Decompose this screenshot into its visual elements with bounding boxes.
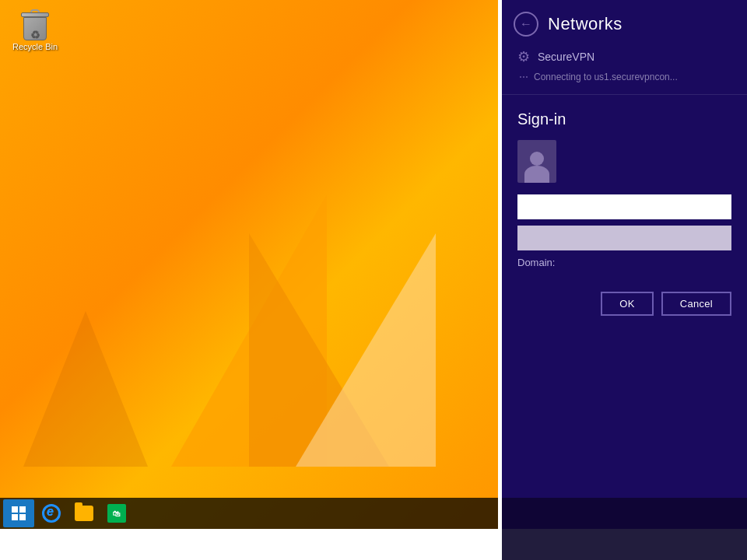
domain-label: Domain: [517,257,731,268]
networks-panel: ← Networks ⚙ SecureVPN ⋯ Connecting to u… [502,0,747,529]
connecting-row: ⋯ Connecting to us1.securevpncon... [517,72,731,82]
cancel-button[interactable]: Cancel [661,292,731,316]
file-explorer-icon [75,506,93,521]
user-avatar [517,140,556,183]
windows-store-icon: 🛍 [107,504,126,523]
signin-title: Sign-in [517,110,731,128]
button-row: OK Cancel [517,292,731,316]
start-button[interactable] [3,499,34,527]
taskbar: e 🛍 [0,498,498,529]
taskbar-ie-button[interactable]: e [36,499,67,527]
spinner-icon: ⋯ [519,72,528,82]
vpn-section: ⚙ SecureVPN ⋯ Connecting to us1.securevp… [502,44,747,94]
back-button[interactable]: ← [514,12,538,37]
origami-decoration-4 [23,311,148,467]
recycle-bin-icon[interactable]: ♻ Recycle Bin [8,8,62,52]
ok-button[interactable]: OK [601,292,653,316]
avatar-body [524,166,549,183]
vpn-row: ⚙ SecureVPN [517,48,731,65]
taskbar-store-button[interactable]: 🛍 [101,499,132,527]
panel-bottom [502,498,747,529]
recycle-bin-label: Recycle Bin [12,42,58,52]
password-input[interactable] [517,226,731,250]
internet-explorer-icon: e [42,504,61,523]
recycle-bin-graphic: ♻ [19,8,51,40]
networks-title: Networks [548,14,622,34]
username-input[interactable] [517,194,731,219]
windows-logo-icon [12,506,26,520]
avatar-head [530,152,544,166]
desktop: ♻ Recycle Bin e 🛍 [0,0,498,529]
vpn-icon: ⚙ [517,48,530,65]
taskbar-explorer-button[interactable] [68,499,100,527]
right-taskbar [502,529,747,560]
vpn-name: SecureVPN [538,51,594,63]
signin-section: Sign-in Domain: OK Cancel [502,95,747,498]
connecting-status: Connecting to us1.securevpncon... [534,72,678,82]
networks-header: ← Networks [502,0,747,44]
avatar-figure [524,152,549,183]
